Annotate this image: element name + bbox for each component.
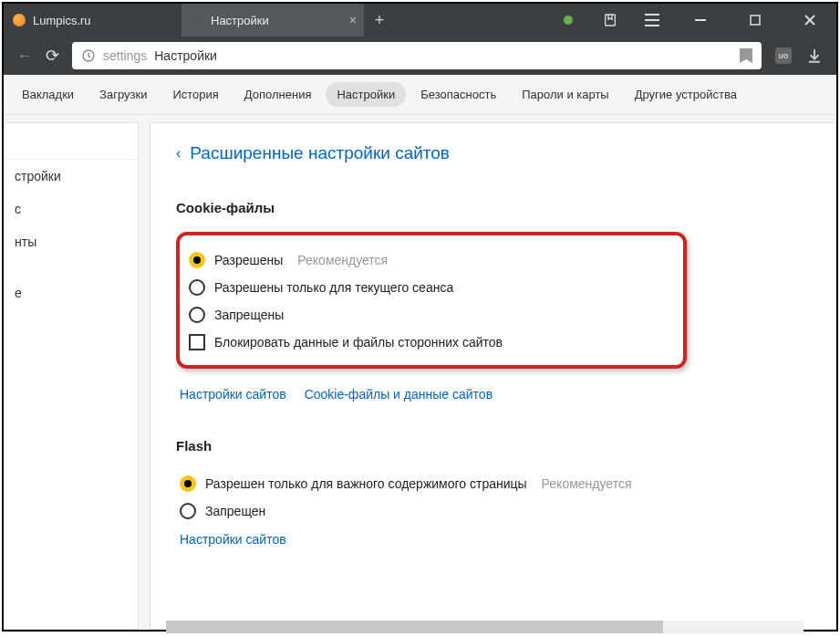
toolbar: ← ⟳ settings Настройки uo	[4, 37, 836, 75]
minimize-button[interactable]	[681, 4, 720, 37]
maximize-button[interactable]	[736, 4, 774, 37]
radio-icon	[189, 279, 205, 296]
tab-lumpics[interactable]: Lumpics.ru	[4, 4, 181, 37]
horizontal-scrollbar[interactable]	[166, 621, 804, 633]
page-title-text: Расширенные настройки сайтов	[190, 143, 450, 163]
nav-tab-addons[interactable]: Дополнения	[233, 82, 323, 107]
address-bar[interactable]: settings Настройки	[72, 42, 762, 69]
svg-rect-0	[606, 15, 616, 26]
reload-button[interactable]: ⟳	[46, 46, 59, 66]
link-cookie-data[interactable]: Cookie-файлы и данные сайтов	[305, 387, 493, 402]
main-content: ‹ Расширенные настройки сайтов Cookie-фа…	[150, 122, 836, 630]
highlight-box: Разрешены Рекомендуется Разрешены только…	[176, 232, 687, 369]
new-tab-button[interactable]: +	[364, 4, 395, 37]
sidebar-item[interactable]: е	[4, 277, 138, 309]
svg-rect-5	[751, 16, 760, 25]
flash-opt-important[interactable]: Разрешен только для важного содержимого …	[176, 470, 810, 497]
downloads-icon[interactable]	[805, 47, 824, 65]
sidebar-item[interactable]	[4, 123, 138, 160]
svg-rect-1	[645, 14, 659, 16]
sidebar-item[interactable]: нты	[4, 225, 138, 258]
radio-icon	[180, 475, 196, 492]
tab-label: Lumpics.ru	[33, 14, 91, 27]
yandex-icon	[81, 48, 96, 63]
option-label: Запрещены	[214, 308, 284, 322]
close-icon[interactable]: ×	[349, 13, 357, 27]
address-text: Настройки	[154, 48, 217, 63]
gear-icon	[191, 14, 203, 26]
close-button[interactable]	[791, 4, 829, 37]
browser-window: Lumpics.ru Настройки × +	[2, 2, 838, 632]
cookie-opt-blocked[interactable]: Запрещены	[185, 301, 670, 329]
titlebar-controls	[555, 4, 836, 37]
site-icon	[13, 14, 26, 26]
nav-tab-downloads[interactable]: Загрузки	[88, 82, 158, 107]
flash-links: Настройки сайтов	[176, 532, 810, 547]
option-label: Разрешен только для важного содержимого …	[205, 476, 527, 491]
bookmark-icon[interactable]	[597, 4, 623, 37]
sidebar-item[interactable]: с	[4, 193, 138, 225]
adblock-icon[interactable]: uo	[774, 47, 793, 65]
flash-opt-blocked[interactable]: Запрещен	[176, 497, 810, 525]
back-button[interactable]: ←	[16, 47, 33, 66]
nav-tab-devices[interactable]: Другие устройства	[624, 82, 748, 107]
tab-settings[interactable]: Настройки ×	[181, 4, 364, 37]
section-title: Cookie-файлы	[176, 200, 810, 215]
radio-icon	[189, 252, 205, 268]
sidebar-item[interactable]	[4, 258, 138, 277]
sidebar: стройки с нты е	[4, 122, 139, 630]
option-label: Блокировать данные и файлы сторонних сай…	[214, 335, 503, 350]
svg-rect-4	[695, 19, 706, 21]
tab-label: Настройки	[211, 14, 269, 27]
option-hint: Рекомендуется	[542, 476, 632, 491]
checkbox-icon	[189, 334, 205, 350]
section-title: Flash	[176, 438, 810, 454]
link-site-settings[interactable]: Настройки сайтов	[180, 532, 286, 547]
sidebar-item[interactable]: стройки	[4, 160, 138, 193]
option-label: Разрешены только для текущего сеанса	[214, 280, 453, 295]
cookie-opt-thirdparty[interactable]: Блокировать данные и файлы сторонних сай…	[185, 329, 670, 356]
nav-tab-security[interactable]: Безопасность	[410, 82, 507, 107]
option-label: Разрешены	[214, 253, 283, 267]
content-row: стройки с нты е ‹ Расширенные настройки …	[4, 115, 836, 630]
flash-section: Flash Разрешен только для важного содерж…	[176, 438, 810, 547]
nav-tab-bookmarks[interactable]: Вакладки	[11, 82, 85, 107]
scrollbar-thumb[interactable]	[166, 621, 663, 633]
radio-icon	[189, 307, 205, 323]
option-label: Запрещен	[205, 504, 265, 518]
link-site-settings[interactable]: Настройки сайтов	[180, 387, 286, 402]
nav-tab-history[interactable]: История	[161, 82, 229, 107]
bookmark-flag-icon[interactable]	[740, 48, 752, 63]
radio-icon	[180, 503, 196, 519]
svg-rect-3	[645, 25, 659, 26]
address-prefix: settings	[103, 48, 147, 63]
page-title[interactable]: ‹ Расширенные настройки сайтов	[176, 143, 810, 163]
cookie-section: Cookie-файлы Разрешены Рекомендуется Раз…	[176, 200, 810, 402]
cookie-opt-session[interactable]: Разрешены только для текущего сеанса	[185, 274, 670, 301]
nav-tab-passwords[interactable]: Пароли и карты	[511, 82, 620, 107]
settings-nav: Вакладки Загрузки История Дополнения Нас…	[4, 75, 836, 115]
cookie-opt-allowed[interactable]: Разрешены Рекомендуется	[185, 246, 670, 274]
nav-tab-settings[interactable]: Настройки	[326, 82, 406, 107]
titlebar: Lumpics.ru Настройки × +	[4, 4, 836, 37]
cookie-links: Настройки сайтов Cookie-файлы и данные с…	[176, 387, 810, 402]
chevron-left-icon: ‹	[176, 145, 181, 162]
svg-rect-2	[645, 19, 659, 21]
option-hint: Рекомендуется	[297, 253, 388, 267]
menu-icon[interactable]	[639, 4, 665, 37]
status-icon[interactable]	[555, 4, 581, 37]
